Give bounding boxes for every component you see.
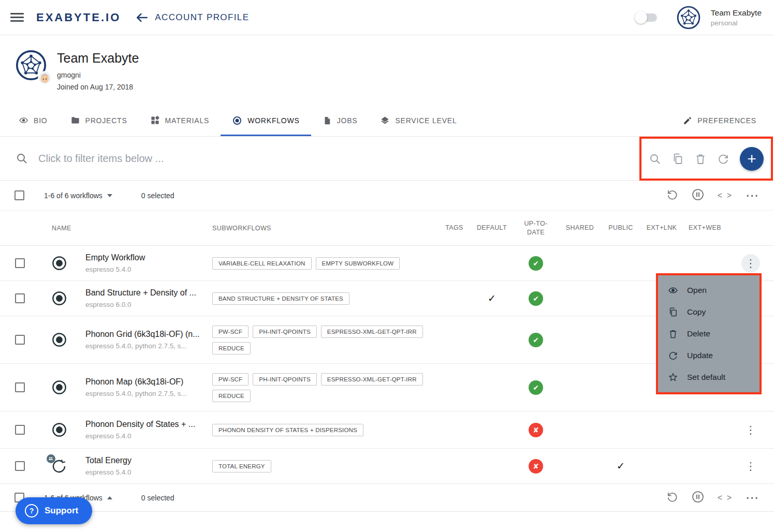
- menu-item-label: Copy: [687, 307, 706, 317]
- workflow-record-icon: [31, 281, 75, 316]
- filter-input[interactable]: [38, 153, 359, 165]
- pagination-range-dropdown[interactable]: 1-6 of 6 workflows: [44, 191, 112, 200]
- tab-bio-label: BIO: [34, 116, 48, 125]
- up-to-date-pass-icon: ✔: [529, 291, 543, 306]
- public-check-icon: ✓: [617, 460, 625, 472]
- menu-item-update[interactable]: Update: [658, 345, 760, 366]
- eye-icon: [668, 285, 678, 295]
- delete-action-icon[interactable]: [694, 153, 707, 165]
- workflow-record-icon: [31, 364, 75, 411]
- tab-materials[interactable]: MATERIALS: [139, 105, 221, 136]
- refresh-action-icon[interactable]: [717, 153, 729, 165]
- add-workflow-button[interactable]: +: [740, 147, 764, 171]
- up-to-date-fail-icon: ✘: [529, 459, 543, 474]
- actions-toolbar-highlighted: +: [639, 137, 773, 181]
- workflow-name[interactable]: Phonon Density of States + ...: [85, 420, 205, 429]
- tab-jobs[interactable]: JOBS: [311, 105, 369, 136]
- col-subworkflows: SUBWORKFLOWS: [205, 225, 437, 232]
- workflow-name[interactable]: Band Structure + Density of ...: [85, 288, 205, 298]
- account-avatar[interactable]: [677, 6, 700, 29]
- subworkflow-chip: PH-INIT-QPOINTS: [253, 373, 316, 386]
- chevron-down-icon: [107, 194, 112, 197]
- row-checkbox[interactable]: [15, 382, 25, 392]
- undo-icon[interactable]: [666, 188, 678, 202]
- row-checkbox[interactable]: [15, 258, 25, 268]
- copy-action-icon[interactable]: [671, 153, 684, 165]
- menu-item-copy[interactable]: Copy: [658, 301, 760, 323]
- menu-item-open[interactable]: Open: [658, 279, 760, 301]
- workflow-subtitle: espresso 5.4.0: [85, 265, 205, 273]
- eye-icon: [19, 115, 28, 125]
- up-to-date-pass-icon: ✔: [529, 256, 543, 271]
- workflow-subtitle: espresso 5.4.0, python 2.7.5, s...: [85, 342, 205, 350]
- workflow-name[interactable]: Phonon Map (6k3q18i-OF): [85, 377, 205, 387]
- tab-projects[interactable]: PROJECTS: [59, 105, 139, 136]
- menu-icon[interactable]: [10, 11, 24, 24]
- account-mode-label: personal: [711, 19, 762, 27]
- profile-name: Team Exabyte: [57, 51, 139, 66]
- toggle-knob[interactable]: [635, 11, 647, 24]
- code-icon[interactable]: < >: [718, 191, 733, 200]
- row-checkbox[interactable]: [15, 425, 25, 435]
- col-tags: TAGS: [445, 224, 463, 232]
- workflow-name[interactable]: Empty Workflow: [85, 253, 205, 262]
- account-mode-toggle[interactable]: [636, 13, 657, 22]
- workflow-record-icon: [31, 246, 75, 280]
- workflow-subtitle: espresso 5.4.0: [85, 432, 205, 440]
- pause-icon[interactable]: [691, 188, 705, 203]
- select-all-checkbox[interactable]: [14, 190, 24, 200]
- profile-username: gmogni: [57, 71, 139, 79]
- row-menu-button[interactable]: ⋮: [741, 457, 760, 476]
- workflow-name[interactable]: Total Energy: [85, 456, 205, 465]
- more-options-icon[interactable]: ⋯: [746, 491, 758, 504]
- list-controls-top: 1-6 of 6 workflows 0 selected < > ⋯: [0, 181, 774, 211]
- row-menu-button[interactable]: ⋮: [741, 421, 760, 439]
- tab-bio[interactable]: BIO: [7, 105, 59, 136]
- back-arrow-icon[interactable]: [135, 11, 149, 24]
- undo-icon[interactable]: [666, 491, 678, 505]
- subworkflow-chip: REDUCE: [212, 342, 251, 354]
- app-logo[interactable]: EXABYTE.IO: [36, 11, 121, 24]
- account-info[interactable]: Team Exabyte personal: [711, 8, 762, 27]
- menu-item-delete[interactable]: Delete: [658, 323, 760, 345]
- preferences-button[interactable]: PREFERENCES: [671, 105, 768, 136]
- subworkflow-chip: ESPRESSO-XML-GET-QPT-IRR: [321, 326, 423, 338]
- document-icon: [323, 116, 332, 125]
- pause-icon[interactable]: [691, 490, 705, 506]
- more-options-icon[interactable]: ⋯: [746, 189, 758, 202]
- support-label: Support: [45, 506, 78, 516]
- subworkflow-chip: VARIABLE-CELL RELAXATION: [212, 257, 312, 270]
- support-button[interactable]: ? Support: [16, 497, 92, 524]
- workflow-name[interactable]: Phonon Grid (6k3q18i-OF) (n...: [85, 330, 205, 339]
- refresh-icon: [668, 350, 678, 361]
- tab-service-level[interactable]: SERVICE LEVEL: [369, 105, 468, 136]
- row-checkbox[interactable]: [15, 293, 25, 303]
- selected-count-label: 0 selected: [141, 191, 174, 200]
- row-checkbox[interactable]: [15, 461, 25, 471]
- kebab-icon: ⋮: [746, 461, 756, 471]
- team-badge-icon: [47, 454, 55, 463]
- search-action-icon[interactable]: [649, 153, 661, 165]
- col-name: NAME: [31, 225, 205, 232]
- page-title: ACCOUNT PROFILE: [155, 12, 249, 23]
- code-icon[interactable]: < >: [718, 493, 733, 503]
- col-up-to-date: UP-TO-DATE: [521, 219, 550, 237]
- selected-count-label: 0 selected: [141, 494, 174, 502]
- tab-workflows[interactable]: WORKFLOWS: [221, 105, 311, 136]
- search-icon: [16, 152, 28, 165]
- user-face-avatar: [38, 71, 52, 85]
- subworkflow-chip: PW-SCF: [212, 326, 249, 338]
- subworkflow-chip: PHONON DENSITY OF STATES + DISPERSIONS: [212, 424, 363, 436]
- filter-bar: +: [0, 137, 774, 181]
- row-checkbox[interactable]: [15, 335, 25, 345]
- row-context-menu-highlighted: Open Copy Delete Update Set default: [656, 273, 762, 394]
- row-menu-button[interactable]: ⋮: [741, 254, 760, 273]
- menu-item-label: Open: [687, 286, 707, 295]
- menu-item-set-default[interactable]: Set default: [658, 366, 760, 388]
- profile-section: Team Exabyte gmogni Joined on Aug 17, 20…: [0, 35, 774, 105]
- subworkflow-chip: PH-INIT-QPOINTS: [253, 326, 316, 338]
- molecule-logo-icon: [677, 6, 700, 29]
- chevron-up-icon: [107, 496, 112, 499]
- subworkflow-chip: ESPRESSO-XML-GET-QPT-IRR: [321, 373, 423, 386]
- pagination-range-label: 1-6 of 6 workflows: [44, 191, 103, 200]
